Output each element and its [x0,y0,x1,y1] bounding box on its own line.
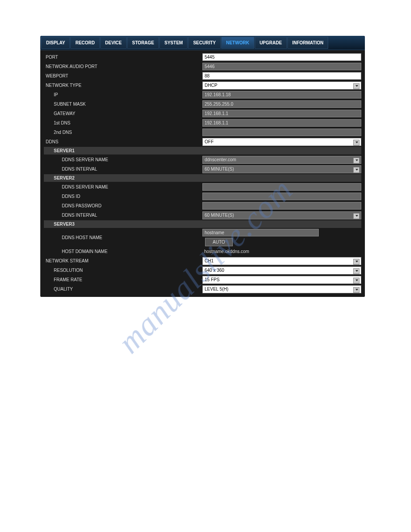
server2-name-input[interactable] [202,183,361,191]
port-label: PORT [44,55,202,60]
auto-button[interactable]: AUTO [205,238,233,246]
settings-panel: DISPLAY RECORD DEVICE STORAGE SYSTEM SEC… [40,36,365,297]
frame-rate-label: FRAME RATE [44,277,202,282]
quality-select[interactable]: LEVEL 5(H) [202,285,361,293]
tab-upgrade[interactable]: UPGRADE [255,37,287,49]
server1-interval-label: DDNS INTERVAL [44,167,202,172]
ip-label: IP [44,92,202,97]
server2-name-label: DDNS SERVER NAME [44,184,202,189]
server1-name-label: DDNS SERVER NAME [44,157,202,162]
network-form: PORT NETWORK AUDIO PORT WEBPORT NETWORK … [40,50,365,297]
tab-information[interactable]: INFORMATION [287,37,329,49]
ddns-select[interactable]: OFF [202,138,361,146]
tab-device[interactable]: DEVICE [100,37,127,49]
server3-header: SERVER3 [44,220,202,228]
server2-header: SERVER2 [44,174,361,182]
server1-interval-select[interactable]: 60 MINUTE(S) [202,165,361,173]
network-type-label: NETWORK TYPE [44,83,202,88]
subnet-mask-input[interactable] [202,100,361,108]
tab-system[interactable]: SYSTEM [159,37,188,49]
server1-header: SERVER1 [44,147,361,154]
tab-display[interactable]: DISPLAY [41,37,70,49]
server2-password-input[interactable] [202,202,361,210]
network-audio-port-input[interactable] [202,63,361,70]
network-stream-select[interactable]: CH1 [202,257,361,265]
second-dns-label: 2nd DNS [44,130,202,135]
gateway-input[interactable] [202,110,361,117]
webport-input[interactable] [202,72,361,80]
server2-interval-label: DDNS INTERVAL [44,213,202,218]
first-dns-label: 1st DNS [44,120,202,125]
resolution-label: RESOLUTION [44,268,202,273]
server2-password-label: DDNS PASSWORD [44,203,202,208]
server2-interval-select[interactable]: 60 MINUTE(S) [202,211,361,219]
server2-id-input[interactable] [202,193,361,200]
tab-record[interactable]: RECORD [70,37,99,49]
network-stream-label: NETWORK STREAM [44,258,202,263]
second-dns-input[interactable] [202,129,361,136]
host-domain-label: HOST DOMAIN NAME [44,249,202,254]
ddns-label: DDNS [44,139,202,144]
network-type-select[interactable]: DHCP [202,82,361,90]
tab-bar: DISPLAY RECORD DEVICE STORAGE SYSTEM SEC… [40,36,365,50]
resolution-select[interactable]: 640 x 360 [202,266,361,275]
frame-rate-select[interactable]: 15 FPS [202,276,361,284]
subnet-mask-label: SUBNET MASK [44,102,202,107]
first-dns-input[interactable] [202,119,361,127]
server3-hostname-label: DDNS HOST NAME [44,235,202,240]
ip-input[interactable] [202,91,361,99]
tab-security[interactable]: SECURITY [188,37,221,49]
port-input[interactable] [202,53,361,61]
server3-hostname-input[interactable] [202,229,319,236]
tab-network[interactable]: NETWORK [221,37,254,49]
quality-label: QUALITY [44,287,202,292]
server1-name-select[interactable]: ddnscenter.com [202,156,361,164]
network-audio-port-label: NETWORK AUDIO PORT [44,64,202,69]
webport-label: WEBPORT [44,73,202,78]
host-domain-value: hostname.okddns.com [202,248,361,255]
tab-storage[interactable]: STORAGE [127,37,159,49]
server2-id-label: DDNS ID [44,194,202,199]
gateway-label: GATEWAY [44,111,202,116]
